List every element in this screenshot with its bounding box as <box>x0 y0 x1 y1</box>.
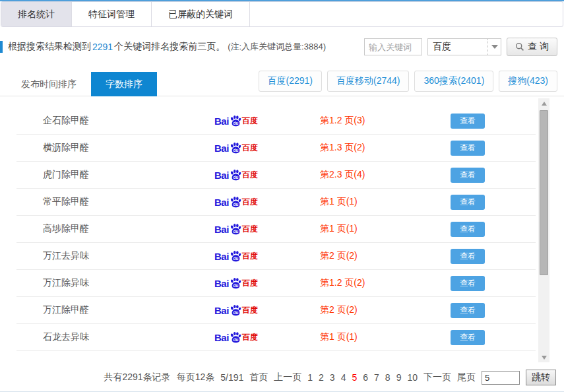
baidu-logo-bai: Bai <box>214 278 229 289</box>
next-page-link[interactable]: 下一页 <box>423 372 451 383</box>
baidu-paw-icon: du <box>230 115 241 127</box>
baidu-logo-du: du <box>233 283 238 288</box>
table-row: 高埗除甲醛 Bai du 百度 第1 页(1) <box>16 216 536 243</box>
triangle-down-icon <box>542 356 547 360</box>
page-number-link[interactable]: 6 <box>363 372 368 383</box>
baidu-logo: Bai du 百度 <box>214 169 320 181</box>
first-page-link[interactable]: 首页 <box>249 372 268 383</box>
top-tab[interactable]: 特征词管理 <box>72 2 152 26</box>
top-tab[interactable]: 已屏蔽的关键词 <box>152 2 250 26</box>
baidu-logo: Bai du 百度 <box>214 142 320 154</box>
keyword-cell: 万江除甲醛 <box>43 304 214 316</box>
summary-text: 根据搜索结果检测到 2291 个关键词排名搜索前三页。 (注:入库关键词总量:3… <box>0 41 326 53</box>
baidu-logo-du: du <box>233 121 238 125</box>
table-row: 万江去异味 Bai du 百度 第2 页(2) <box>16 243 536 270</box>
view-button[interactable]: 查看 <box>451 303 485 318</box>
baidu-logo-cn: 百度 <box>242 332 258 343</box>
action-cell: 查看 <box>451 222 536 237</box>
page-number-link[interactable]: 8 <box>385 372 391 383</box>
engine-filter-button[interactable]: 百度移动(2744) <box>327 71 409 92</box>
view-button[interactable]: 查看 <box>451 168 485 183</box>
per-page-text: 每页12条 <box>177 372 215 383</box>
keyword-cell: 万江去异味 <box>43 250 214 262</box>
rank-cell: 第2.3 页(4) <box>320 169 451 181</box>
action-cell: 查看 <box>451 303 536 318</box>
view-button[interactable]: 查看 <box>451 249 485 264</box>
sort-tabs: 发布时间排序 字数排序 <box>7 72 157 96</box>
scroll-down-arrow[interactable] <box>538 352 549 362</box>
scroll-up-arrow[interactable] <box>538 98 549 108</box>
view-button[interactable]: 查看 <box>451 114 485 129</box>
table-row: 石龙去异味 Bai du 百度 第1 页(1) <box>16 324 536 351</box>
baidu-paw-icon: du <box>230 142 241 154</box>
sort-row: 发布时间排序 字数排序 百度(2291) 百度移动(2744) 360搜索(24… <box>0 67 564 96</box>
pagination-bar: 共有2291条记录 每页12条 5/191 首页 上一页 1 2 3 4 5 6… <box>0 364 564 391</box>
summary-row: 根据搜索结果检测到 2291 个关键词排名搜索前三页。 (注:入库关键词总量:3… <box>0 27 564 67</box>
table-row: 虎门除甲醛 Bai du 百度 第2.3 页(4) <box>16 162 536 189</box>
triangle-up-icon <box>542 102 547 106</box>
page-number-link[interactable]: 7 <box>374 372 379 383</box>
jump-page-input[interactable] <box>482 371 520 385</box>
table-row: 企石除甲醛 Bai du 百度 第1.2 页(3) <box>16 108 536 135</box>
baidu-logo-bai: Bai <box>214 170 229 181</box>
table-scrollbar[interactable] <box>538 98 549 362</box>
engine-filter-button[interactable]: 360搜索(2401) <box>414 71 493 92</box>
baidu-logo: Bai du 百度 <box>214 196 320 208</box>
page-number-link[interactable]: 3 <box>330 372 335 383</box>
baidu-logo-bai: Bai <box>214 224 229 235</box>
view-button[interactable]: 查看 <box>451 222 485 237</box>
top-tab-label: 特征词管理 <box>88 9 135 19</box>
last-page-link[interactable]: 尾页 <box>457 372 476 383</box>
sort-tab[interactable]: 字数排序 <box>91 72 157 96</box>
baidu-logo-du: du <box>233 229 238 234</box>
view-button[interactable]: 查看 <box>451 195 485 210</box>
page-number-link[interactable]: 10 <box>407 372 418 383</box>
keyword-cell: 石龙去异味 <box>43 331 214 343</box>
action-cell: 查看 <box>451 276 536 291</box>
baidu-logo-bai: Bai <box>214 197 229 208</box>
top-tab[interactable]: 排名统计 <box>1 2 72 26</box>
baidu-paw-icon: du <box>230 304 241 316</box>
rank-cell: 第2 页(2) <box>320 250 451 262</box>
query-button[interactable]: 查 询 <box>507 38 557 56</box>
baidu-logo-bai: Bai <box>214 332 229 343</box>
baidu-logo: Bai du 百度 <box>214 331 320 343</box>
keyword-cell: 万江除异味 <box>43 277 214 289</box>
rank-cell: 第1 页(1) <box>320 196 451 208</box>
baidu-logo-cn: 百度 <box>242 143 258 154</box>
action-cell: 查看 <box>451 141 536 156</box>
table-area: 企石除甲醛 Bai du 百度 第1.2 页(3) <box>0 96 564 364</box>
page-number-link[interactable]: 2 <box>319 372 324 383</box>
baidu-logo-cn: 百度 <box>242 251 258 262</box>
top-tab-label: 排名统计 <box>18 9 55 19</box>
baidu-logo: Bai du 百度 <box>214 250 320 262</box>
baidu-logo-bai: Bai <box>214 251 229 262</box>
view-button[interactable]: 查看 <box>451 276 485 291</box>
baidu-logo-cn: 百度 <box>242 197 258 208</box>
view-button[interactable]: 查看 <box>451 141 485 156</box>
page-number-link[interactable]: 5 <box>352 372 357 383</box>
table-row: 万江除异味 Bai du 百度 第1.2 页(2) <box>16 270 536 297</box>
page-number-link[interactable]: 1 <box>307 372 313 383</box>
view-button[interactable]: 查看 <box>451 330 485 345</box>
baidu-logo-cn: 百度 <box>242 115 258 127</box>
baidu-logo-cn: 百度 <box>242 305 258 316</box>
baidu-paw-icon: du <box>230 250 241 262</box>
scroll-thumb[interactable] <box>540 110 548 275</box>
engine-filter-button[interactable]: 搜狗(423) <box>499 71 557 92</box>
summary-suffix: 个关键词排名搜索前三页。 <box>114 41 225 53</box>
jump-button[interactable]: 跳转 <box>526 370 556 385</box>
baidu-logo-cn: 百度 <box>242 224 258 235</box>
baidu-logo: Bai du 百度 <box>214 277 320 289</box>
engine-filter-button[interactable]: 百度(2291) <box>259 71 322 92</box>
engine-select[interactable]: 百度 <box>427 38 501 55</box>
summary-prefix: 根据搜索结果检测到 <box>8 41 91 53</box>
page-number-link[interactable]: 9 <box>396 372 402 383</box>
search-input[interactable] <box>364 38 422 55</box>
prev-page-link[interactable]: 上一页 <box>274 372 301 383</box>
sort-tab[interactable]: 发布时间排序 <box>7 72 91 96</box>
baidu-paw-icon: du <box>230 331 241 343</box>
baidu-logo-cn: 百度 <box>242 278 258 289</box>
page-number-link[interactable]: 4 <box>341 372 346 383</box>
accent-bar <box>0 41 3 53</box>
